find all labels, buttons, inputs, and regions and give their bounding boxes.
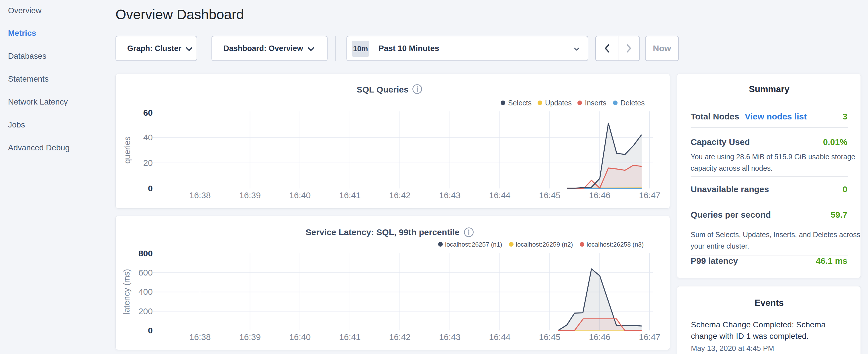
- svg-text:localhost:26257 (n1): localhost:26257 (n1): [445, 241, 502, 248]
- svg-text:16:38: 16:38: [189, 190, 211, 200]
- svg-text:800: 800: [138, 249, 153, 258]
- svg-text:16:47: 16:47: [639, 190, 660, 200]
- svg-text:queries: queries: [123, 136, 132, 164]
- svg-text:16:45: 16:45: [539, 190, 560, 200]
- svg-text:16:41: 16:41: [339, 190, 361, 200]
- svg-text:16:43: 16:43: [439, 190, 461, 200]
- svg-text:Inserts: Inserts: [585, 99, 607, 107]
- svg-text:localhost:26259 (n2): localhost:26259 (n2): [516, 241, 573, 248]
- svg-text:Service Latency: SQL, 99th per: Service Latency: SQL, 99th percentile: [306, 227, 460, 237]
- svg-text:localhost:26258 (n3): localhost:26258 (n3): [587, 241, 644, 248]
- svg-text:200: 200: [138, 307, 153, 316]
- svg-text:16:44: 16:44: [489, 190, 510, 200]
- svg-text:Deletes: Deletes: [620, 99, 645, 107]
- svg-text:16:41: 16:41: [339, 332, 361, 342]
- svg-text:16:39: 16:39: [239, 190, 261, 200]
- svg-text:16:40: 16:40: [289, 190, 311, 200]
- svg-text:Updates: Updates: [545, 99, 572, 107]
- svg-text:latency (ms): latency (ms): [122, 269, 131, 314]
- svg-text:16:42: 16:42: [389, 190, 411, 200]
- svg-text:16:46: 16:46: [589, 190, 610, 200]
- svg-text:20: 20: [143, 158, 153, 167]
- svg-text:0: 0: [148, 184, 153, 193]
- svg-text:16:45: 16:45: [539, 332, 560, 342]
- svg-text:600: 600: [138, 268, 153, 277]
- svg-text:16:46: 16:46: [589, 332, 610, 342]
- svg-text:16:40: 16:40: [289, 332, 311, 342]
- svg-text:16:44: 16:44: [489, 332, 510, 342]
- svg-text:SQL Queries: SQL Queries: [356, 85, 408, 94]
- svg-text:40: 40: [143, 133, 153, 142]
- svg-text:Selects: Selects: [508, 99, 532, 107]
- svg-text:16:39: 16:39: [239, 332, 261, 342]
- svg-text:60: 60: [143, 108, 153, 118]
- svg-text:16:43: 16:43: [439, 332, 461, 342]
- svg-text:16:47: 16:47: [639, 332, 660, 342]
- svg-text:400: 400: [138, 287, 153, 296]
- svg-text:0: 0: [148, 326, 153, 335]
- svg-text:16:38: 16:38: [189, 332, 211, 342]
- svg-text:16:42: 16:42: [389, 332, 411, 342]
